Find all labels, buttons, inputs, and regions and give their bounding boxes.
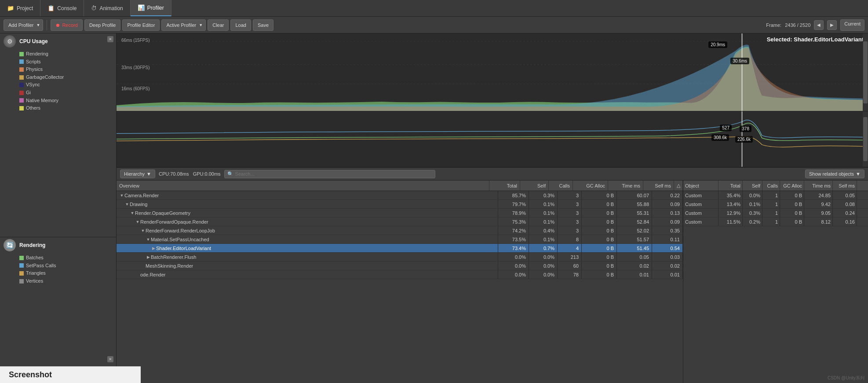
- right-table-row[interactable]: Custom 11.5% 0.2% 1 0 B 8.12 0.16: [683, 217, 868, 226]
- rtd-self: 0.0%: [743, 191, 762, 199]
- table-row[interactable]: ▼ Material.SetPassUncached 73.5% 0.1% 8 …: [117, 235, 683, 244]
- td-calls: 3: [558, 226, 582, 235]
- tab-project[interactable]: 📁 Project: [0, 0, 40, 16]
- legend-scripts-label: Scripts: [26, 58, 41, 66]
- td-self: 0.1%: [529, 217, 558, 226]
- td-timems: 60.07: [617, 191, 652, 199]
- cpu-chart-svg: [117, 33, 868, 111]
- table-row[interactable]: ▶ BatchRenderer.Flush 0.0% 0.0% 213 0 B …: [117, 253, 683, 261]
- row-toggle[interactable]: ▶: [146, 255, 151, 259]
- td-overview: ▶ Shader.EditorLoadVariant: [117, 244, 498, 252]
- table-row[interactable]: ode.Render 0.0% 0.0% 78 0 B 0.01 0.01: [117, 270, 683, 279]
- row-toggle[interactable]: ▶: [151, 246, 156, 250]
- search-input[interactable]: [235, 171, 432, 177]
- rendering-close-button[interactable]: ✕: [107, 356, 113, 362]
- row-toggle[interactable]: ▼: [146, 237, 151, 242]
- show-related-button[interactable]: Show related objects ▼: [805, 169, 864, 178]
- th-gcalloc[interactable]: GC Alloc: [573, 180, 608, 191]
- rtd-gcalloc: 0 B: [780, 209, 804, 217]
- table-row[interactable]: ▼ RenderForward.RenderLoopJob 74.2% 0.4%…: [117, 226, 683, 235]
- table-row[interactable]: ▼ Drawing 79.7% 0.1% 3 0 B 55.88 0.09: [117, 200, 683, 209]
- clear-label: Clear: [212, 22, 224, 28]
- save-button[interactable]: Save: [253, 19, 274, 31]
- legend-physics-label: Physics: [26, 66, 43, 74]
- row-name: RenderForward.RenderLoopJob: [146, 228, 215, 233]
- row-toggle[interactable]: ▼: [135, 220, 140, 224]
- profile-editor-button[interactable]: Profile Editor: [122, 19, 160, 31]
- cpu-chart-scrollbar[interactable]: [863, 33, 868, 111]
- td-self: 0.3%: [529, 191, 558, 199]
- watermark-text: CSDN @Unity系列: [828, 376, 864, 380]
- rendering-chart-svg: [117, 111, 868, 167]
- profiler-icon: 📊: [138, 4, 145, 11]
- record-button[interactable]: ⏺ Record: [51, 19, 82, 31]
- screenshot-label-text: Screenshot: [9, 370, 52, 379]
- th-total[interactable]: Total: [489, 180, 520, 191]
- rtd-selfms: 0.16: [833, 217, 857, 226]
- current-button[interactable]: Current: [840, 19, 864, 31]
- tab-animation[interactable]: ⏱ Animation: [84, 0, 130, 16]
- rtd-timems: 8.12: [804, 217, 833, 226]
- rtd-self: 0.1%: [743, 200, 762, 208]
- th-self[interactable]: Self: [520, 180, 549, 191]
- right-table-row[interactable]: Custom 13.4% 0.1% 1 0 B 9.42 0.08: [683, 200, 868, 209]
- right-table-row[interactable]: Custom 35.4% 0.0% 1 0 B 24.85 0.05: [683, 191, 868, 200]
- table-row[interactable]: ▼ Camera.Render 85.7% 0.3% 3 0 B 60.07 0…: [117, 191, 683, 200]
- row-toggle[interactable]: ▼: [124, 202, 130, 206]
- rtd-object: Custom: [683, 200, 718, 208]
- th-sort[interactable]: △: [674, 180, 683, 191]
- chart-container: 66ms (15FPS) 33ms (30FPS) 16ms (60FPS) S…: [117, 33, 868, 383]
- watermark: CSDN @Unity系列: [828, 375, 864, 381]
- th-calls[interactable]: Calls: [549, 180, 573, 191]
- table-row[interactable]: ▶ Shader.EditorLoadVariant 73.4% 0.7% 4 …: [117, 244, 683, 253]
- td-timems: 0.01: [617, 270, 652, 279]
- th-timems-label: Time ms: [622, 183, 640, 188]
- tab-profiler[interactable]: 📊 Profiler: [131, 0, 171, 16]
- legend-rendering: Rendering: [19, 50, 113, 58]
- show-related-arrow: ▼: [856, 171, 861, 177]
- td-gcalloc: 0 B: [582, 191, 617, 199]
- legend-gi: Gi: [19, 89, 113, 97]
- td-overview: ▼ Drawing: [117, 200, 498, 208]
- frame-prev-button[interactable]: ◀: [814, 20, 824, 30]
- td-total: 0.0%: [498, 261, 529, 270]
- row-toggle[interactable]: ▼: [119, 193, 124, 198]
- add-profiler-button[interactable]: Add Profiler ▼: [4, 19, 43, 31]
- frame-next-button[interactable]: ▶: [827, 20, 837, 30]
- rtd-timems: 24.85: [804, 191, 833, 199]
- toolbar-separator-1: [47, 20, 47, 30]
- project-icon: 📁: [7, 5, 14, 11]
- data-toolbar: Hierarchy ▼ CPU:70.08ms GPU:0.00ms 🔍 Sho…: [117, 167, 868, 180]
- show-related-label: Show related objects: [809, 171, 854, 177]
- row-name: Render.OpaqueGeometry: [135, 210, 190, 216]
- legend-batches-color: [19, 256, 24, 260]
- rendering-chart-scrollbar[interactable]: [863, 111, 868, 167]
- td-overview: ▼ RenderForwardOpaque.Render: [117, 217, 498, 226]
- deep-profile-button[interactable]: Deep Profile: [84, 19, 121, 31]
- cpu-legend: Rendering Scripts Physics GarbageCollect…: [0, 49, 116, 115]
- td-selfms: 0.54: [652, 244, 683, 252]
- tab-console-label: Console: [57, 5, 77, 11]
- table-row[interactable]: ▼ Render.OpaqueGeometry 78.9% 0.1% 3 0 B…: [117, 209, 683, 217]
- right-table-row[interactable]: Custom 12.9% 0.3% 1 0 B 9.05 0.24: [683, 209, 868, 217]
- search-box[interactable]: 🔍: [224, 170, 435, 178]
- td-selfms: 0.02: [652, 261, 683, 270]
- tab-console[interactable]: 📋 Console: [40, 0, 84, 16]
- hierarchy-dropdown[interactable]: Hierarchy ▼: [120, 169, 155, 178]
- row-toggle[interactable]: ▼: [140, 228, 146, 233]
- row-toggle[interactable]: ▼: [130, 211, 135, 215]
- legend-vsync-label: VSync: [26, 81, 40, 89]
- table-row[interactable]: MeshSkinning.Render 0.0% 0.0% 60 0 B 0.0…: [117, 261, 683, 270]
- active-profiler-button[interactable]: Active Profiler ▼: [161, 19, 206, 31]
- legend-gc-color: [19, 75, 24, 80]
- cpu-close-button[interactable]: ✕: [107, 36, 113, 42]
- th-timems[interactable]: Time ms: [608, 180, 643, 191]
- td-calls: 3: [558, 200, 582, 208]
- td-gcalloc: 0 B: [582, 261, 617, 270]
- clear-button[interactable]: Clear: [208, 19, 229, 31]
- table-row[interactable]: ▼ RenderForwardOpaque.Render 75.3% 0.1% …: [117, 217, 683, 226]
- row-name: Shader.EditorLoadVariant: [156, 246, 211, 251]
- td-selfms: 0.03: [652, 253, 683, 261]
- th-selfms[interactable]: Self ms: [643, 180, 674, 191]
- load-button[interactable]: Load: [230, 19, 251, 31]
